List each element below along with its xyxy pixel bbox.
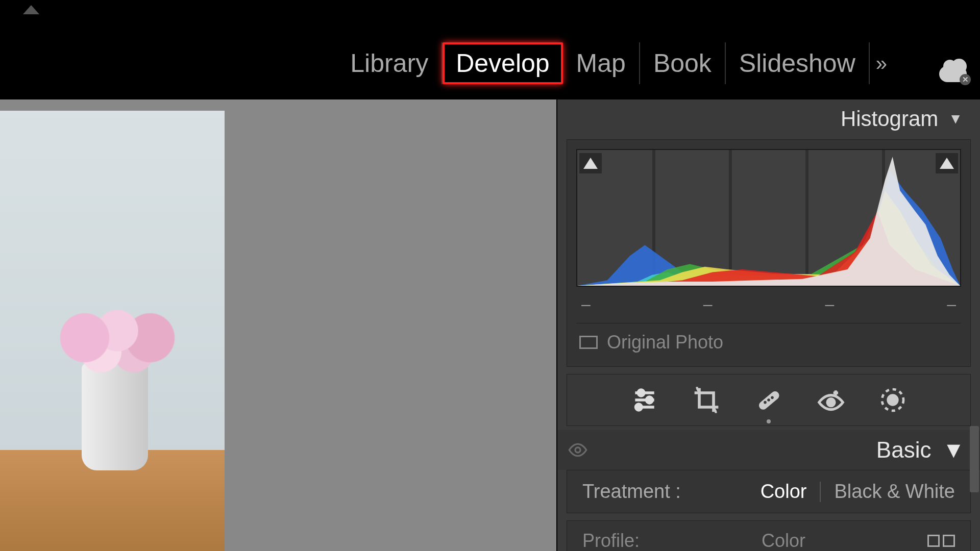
histogram-panel: – – – – Original Photo (567, 139, 971, 367)
svg-point-14 (827, 399, 835, 406)
treatment-row: Treatment : Color Black & White (567, 470, 971, 513)
histogram-title: Histogram (841, 107, 938, 131)
basic-title: Basic (876, 437, 932, 463)
basic-panel-header[interactable]: Basic ▼ (557, 430, 980, 470)
histogram-info-row: – – – – (576, 287, 961, 318)
treatment-color[interactable]: Color (761, 481, 807, 503)
healing-tool[interactable] (753, 385, 784, 415)
treatment-bw[interactable]: Black & White (834, 481, 955, 503)
profile-row: Profile: Color (567, 520, 971, 551)
image-canvas[interactable] (0, 99, 556, 551)
svg-point-11 (764, 401, 767, 404)
module-slideshow[interactable]: Slideshow (726, 42, 870, 84)
module-picker: Library Develop Map Book Slideshow » (337, 42, 888, 84)
svg-point-18 (888, 395, 898, 405)
info-focal: – (703, 295, 713, 314)
module-book[interactable]: Book (640, 42, 726, 84)
original-photo-row: Original Photo (576, 323, 961, 360)
svg-point-5 (638, 390, 644, 396)
panel-visibility-icon[interactable] (568, 440, 588, 460)
profile-browser-icon[interactable] (927, 535, 955, 547)
more-modules-icon[interactable]: » (876, 52, 884, 75)
module-library[interactable]: Library (337, 42, 443, 84)
svg-point-7 (646, 397, 652, 403)
highlight-clipping-toggle[interactable] (936, 153, 958, 173)
treatment-label: Treatment : (582, 481, 681, 503)
right-panel-group: Histogram ▼ – – – – (556, 99, 980, 551)
svg-point-9 (635, 404, 642, 410)
top-collapse-icon[interactable] (23, 5, 39, 14)
sync-off-badge-icon: ✕ (960, 74, 971, 85)
histogram-panel-header[interactable]: Histogram ▼ (557, 99, 980, 136)
profile-label: Profile: (582, 530, 640, 551)
edit-tool[interactable] (629, 385, 660, 415)
module-map[interactable]: Map (563, 42, 640, 84)
divider-icon (820, 482, 821, 502)
redeye-tool[interactable] (816, 385, 846, 415)
sync-status-icon[interactable]: ✕ (939, 62, 970, 84)
crop-tool[interactable] (691, 385, 722, 415)
panel-scrollbar[interactable] (970, 426, 979, 492)
tool-strip (567, 374, 971, 426)
original-photo-icon (579, 336, 598, 349)
profile-value[interactable]: Color (762, 530, 805, 551)
toolstrip-indicator-icon (767, 419, 771, 423)
svg-point-13 (771, 396, 774, 399)
svg-point-19 (575, 447, 580, 453)
collapse-icon: ▼ (948, 111, 963, 127)
info-iso: – (581, 295, 591, 314)
original-photo-label: Original Photo (607, 332, 723, 353)
photo-preview (0, 111, 225, 551)
collapse-icon: ▼ (942, 437, 965, 463)
info-aperture: – (825, 295, 834, 314)
shadow-clipping-toggle[interactable] (579, 153, 602, 173)
module-develop[interactable]: Develop (443, 42, 562, 84)
info-shutter: – (947, 295, 956, 314)
svg-point-12 (767, 398, 770, 402)
masking-tool[interactable] (877, 385, 908, 415)
histogram-chart[interactable] (576, 149, 961, 287)
